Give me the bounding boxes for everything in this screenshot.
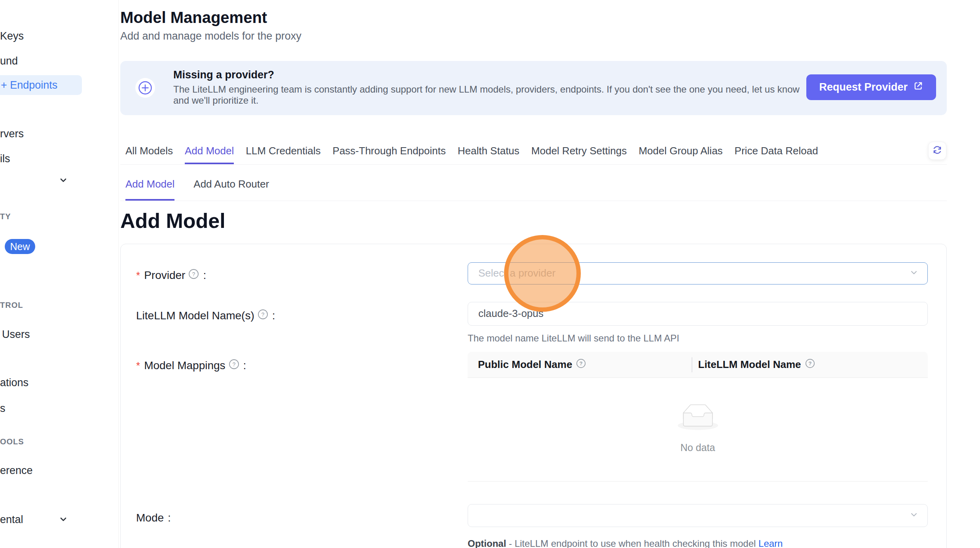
sidebar-section-tools: OOLS — [0, 437, 24, 446]
model-mappings-table: Public Model Name ? LiteLLM Model Name — [468, 352, 928, 482]
help-question-icon[interactable]: ? — [229, 359, 239, 372]
provider-select[interactable]: Select a provider — [468, 262, 928, 284]
colon: : — [168, 512, 171, 524]
new-badge: New — [5, 239, 35, 254]
sidebar-item-teams[interactable]: s — [0, 402, 6, 415]
help-question-icon[interactable]: ? — [188, 269, 199, 282]
mode-select[interactable] — [468, 504, 928, 527]
sidebar-section-access-control: TROL — [0, 301, 23, 310]
sidebar-item-keys[interactable]: Keys — [0, 30, 24, 42]
help-question-icon[interactable]: ? — [805, 358, 815, 371]
sidebar-item-reference[interactable]: erence — [0, 465, 33, 477]
sidebar-item-servers[interactable]: rvers — [0, 128, 24, 140]
add-model-subtabs: Add Model Add Auto Router — [120, 170, 947, 201]
tab-pass-through-endpoints[interactable]: Pass-Through Endpoints — [333, 145, 446, 164]
add-model-form-card: * Provider ? : Select a provider LiteLLM… — [120, 244, 947, 548]
main-content: Model Management Add and manage models f… — [120, 0, 947, 548]
page-subtitle: Add and manage models for the proxy — [120, 30, 301, 42]
required-asterisk: * — [136, 360, 140, 372]
refresh-icon — [932, 145, 942, 157]
model-name-value: claude-3-opus — [478, 302, 544, 325]
mappings-table-empty-state: No data — [468, 378, 928, 482]
tab-add-model[interactable]: Add Model — [185, 145, 234, 164]
tab-model-group-alias[interactable]: Model Group Alias — [639, 145, 722, 164]
plus-circle-icon — [135, 78, 155, 98]
help-question-icon[interactable]: ? — [258, 309, 268, 322]
sidebar-section-observability: TY — [0, 212, 11, 221]
colon: : — [272, 309, 275, 322]
banner-body: The LiteLLM engineering team is constant… — [173, 84, 806, 106]
learn-link[interactable]: Learn — [758, 538, 783, 548]
sidebar-item-guardrails[interactable]: ils — [0, 153, 10, 165]
colon: : — [203, 269, 206, 282]
provider-label: * Provider ? : — [136, 269, 206, 282]
chevron-down-icon — [909, 268, 919, 279]
chevron-down-icon[interactable] — [59, 514, 68, 525]
request-provider-label: Request Provider — [819, 81, 908, 93]
empty-box-icon — [678, 404, 718, 432]
svg-text:?: ? — [580, 360, 583, 366]
required-asterisk: * — [136, 269, 140, 282]
tab-price-data-reload[interactable]: Price Data Reload — [735, 145, 818, 164]
sidebar-item-users[interactable]: Users — [2, 328, 30, 341]
model-name-helper: The model name LiteLLM will send to the … — [468, 333, 679, 344]
colon: : — [243, 359, 246, 372]
chevron-down-icon — [909, 510, 919, 521]
model-name-label: LiteLLM Model Name(s) ? : — [136, 309, 275, 322]
mode-helper-text: - LiteLLM endpoint to use when health ch… — [506, 538, 758, 548]
mode-helper-bold: Optional — [468, 538, 506, 548]
svg-text:?: ? — [192, 271, 195, 277]
tab-model-retry-settings[interactable]: Model Retry Settings — [531, 145, 627, 164]
provider-placeholder: Select a provider — [478, 263, 555, 284]
refresh-button[interactable] — [928, 142, 946, 160]
chevron-down-icon[interactable] — [59, 175, 68, 186]
sidebar-item-organizations[interactable]: ations — [0, 377, 28, 389]
model-tabs: All Models Add Model LLM Credentials Pas… — [120, 145, 947, 165]
sidebar-item-models-endpoints[interactable]: + Endpoints — [0, 75, 82, 95]
page-title: Model Management — [120, 9, 267, 27]
missing-provider-banner: Missing a provider? The LiteLLM engineer… — [120, 61, 947, 115]
banner-title: Missing a provider? — [173, 69, 274, 81]
external-link-icon — [913, 81, 923, 94]
tab-all-models[interactable]: All Models — [125, 145, 173, 164]
column-public-model-name: Public Model Name ? — [468, 358, 692, 371]
svg-text:?: ? — [232, 361, 235, 368]
no-data-text: No data — [468, 442, 928, 453]
column-litellm-model-name: LiteLLM Model Name ? — [692, 358, 815, 371]
mode-label-text: Mode — [136, 512, 164, 524]
svg-text:?: ? — [261, 311, 264, 318]
mappings-table-header: Public Model Name ? LiteLLM Model Name — [468, 352, 928, 378]
mode-label: Mode : — [136, 512, 171, 524]
help-question-icon[interactable]: ? — [576, 358, 586, 371]
svg-text:?: ? — [808, 360, 811, 366]
add-model-heading: Add Model — [120, 209, 226, 233]
subtab-add-auto-router[interactable]: Add Auto Router — [193, 170, 269, 201]
model-mappings-label-text: Model Mappings — [144, 359, 225, 372]
mode-helper: Optional - LiteLLM endpoint to use when … — [468, 538, 783, 548]
subtab-add-model[interactable]: Add Model — [125, 170, 174, 201]
sidebar-item-playground[interactable]: und — [0, 55, 18, 67]
model-name-label-text: LiteLLM Model Name(s) — [136, 309, 254, 322]
request-provider-button[interactable]: Request Provider — [806, 74, 936, 100]
model-mappings-label: * Model Mappings ? : — [136, 359, 246, 372]
sidebar-item-label: + Endpoints — [1, 79, 57, 91]
tab-llm-credentials[interactable]: LLM Credentials — [246, 145, 320, 164]
tab-health-status[interactable]: Health Status — [458, 145, 519, 164]
provider-label-text: Provider — [144, 269, 185, 282]
model-name-input[interactable]: claude-3-opus — [468, 302, 928, 326]
sidebar: Keys und + Endpoints rvers ils TY New TR… — [0, 0, 119, 548]
sidebar-item-experimental[interactable]: ental — [0, 514, 23, 526]
